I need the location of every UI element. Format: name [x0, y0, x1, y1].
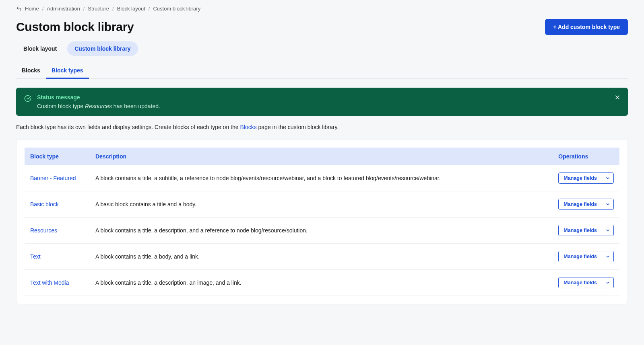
chevron-down-icon — [605, 254, 610, 259]
operations-dropdown-toggle[interactable] — [602, 199, 613, 209]
check-circle-icon — [24, 95, 31, 102]
add-custom-block-type-button[interactable]: + Add custom block type — [545, 19, 628, 35]
breadcrumb-item-home[interactable]: Home — [25, 6, 39, 12]
tab-custom-block-library[interactable]: Custom block library — [67, 41, 138, 56]
table-row: Text with MediaA block contains a title,… — [25, 270, 619, 296]
close-icon[interactable] — [614, 94, 621, 101]
breadcrumb-separator: / — [112, 6, 114, 12]
breadcrumb-separator: / — [149, 6, 150, 12]
block-type-description: A block contains a title, a subtitle, a … — [90, 165, 553, 191]
chevron-down-icon — [605, 202, 610, 207]
tab-blocks[interactable]: Blocks — [16, 63, 46, 79]
status-text: Custom block type Resources has been upd… — [37, 103, 160, 109]
chevron-down-icon — [605, 228, 610, 233]
operations-dropdown-toggle[interactable] — [602, 277, 613, 288]
block-types-card: Block type Description Operations Banner… — [16, 139, 628, 304]
blocks-link[interactable]: Blocks — [240, 124, 256, 130]
table-row: ResourcesA block contains a title, a des… — [25, 218, 619, 244]
manage-fields-button[interactable]: Manage fields — [559, 277, 602, 288]
breadcrumb-separator: / — [83, 6, 85, 12]
block-type-link[interactable]: Text — [30, 253, 41, 260]
table-row: TextA block contains a title, a body, an… — [25, 244, 619, 270]
operations-dropdown-toggle[interactable] — [602, 225, 613, 236]
block-types-table: Block type Description Operations Banner… — [25, 148, 619, 296]
tab-block-layout[interactable]: Block layout — [16, 41, 64, 56]
page-title: Custom block library — [16, 20, 134, 34]
table-row: Banner - FeaturedA block contains a titl… — [25, 165, 619, 191]
chevron-down-icon — [605, 280, 610, 285]
operations-dropdown-toggle[interactable] — [602, 173, 613, 183]
breadcrumb-item-block-layout[interactable]: Block layout — [117, 6, 145, 12]
manage-fields-button[interactable]: Manage fields — [559, 225, 602, 236]
operations-dropdown-toggle[interactable] — [602, 251, 613, 262]
manage-fields-button[interactable]: Manage fields — [559, 173, 602, 183]
manage-fields-splitbutton: Manage fields — [558, 225, 614, 236]
primary-tabs: Block layout Custom block library — [16, 41, 628, 56]
status-title: Status message — [37, 94, 160, 101]
manage-fields-button[interactable]: Manage fields — [559, 251, 602, 262]
breadcrumb-separator: / — [42, 6, 44, 12]
block-type-link[interactable]: Basic block — [30, 201, 59, 207]
table-row: Basic blockA basic block contains a titl… — [25, 191, 619, 218]
col-header-description[interactable]: Description — [90, 148, 553, 165]
manage-fields-splitbutton: Manage fields — [558, 251, 614, 262]
manage-fields-splitbutton: Manage fields — [558, 277, 614, 288]
intro-text: Each block type has its own fields and d… — [16, 124, 628, 130]
block-type-description: A block contains a title, a description,… — [90, 218, 553, 244]
col-header-block-type[interactable]: Block type — [25, 148, 90, 165]
block-type-link[interactable]: Resources — [30, 227, 57, 234]
block-type-description: A block contains a title, a description,… — [90, 270, 553, 296]
status-message: Status message Custom block type Resourc… — [16, 88, 628, 116]
tab-block-types[interactable]: Block types — [46, 63, 89, 79]
breadcrumb: Home / Administration / Structure / Bloc… — [16, 6, 628, 12]
breadcrumb-item-current: Custom block library — [153, 6, 200, 12]
block-type-description: A basic block contains a title and a bod… — [90, 191, 553, 218]
block-type-description: A block contains a title, a body, and a … — [90, 244, 553, 270]
block-type-link[interactable]: Text with Media — [30, 279, 69, 286]
chevron-down-icon — [605, 176, 610, 181]
breadcrumb-item-structure[interactable]: Structure — [88, 6, 109, 12]
secondary-tabs: Blocks Block types — [16, 63, 628, 79]
manage-fields-splitbutton: Manage fields — [558, 172, 614, 184]
manage-fields-button[interactable]: Manage fields — [559, 199, 602, 209]
back-arrow-icon[interactable] — [16, 6, 22, 12]
manage-fields-splitbutton: Manage fields — [558, 199, 614, 210]
block-type-link[interactable]: Banner - Featured — [30, 175, 76, 181]
breadcrumb-item-administration[interactable]: Administration — [47, 6, 80, 12]
col-header-operations: Operations — [553, 148, 619, 165]
